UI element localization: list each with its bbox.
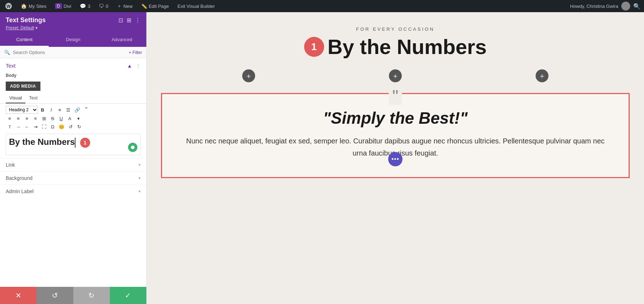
unordered-list-button[interactable]: ≡ <box>56 107 64 113</box>
page-content: FOR EVERY OCCASION 1 By the Numbers ＋ ＋ … <box>147 12 644 192</box>
search-input[interactable] <box>13 50 126 55</box>
toolbar-row-2: ≡ ≡ ≡ ≡ ⊞ S U A ▾ <box>0 114 146 123</box>
big-title-text: By the Numbers <box>328 35 487 59</box>
comments-menu[interactable]: 💬 3 <box>78 0 92 12</box>
indent2-button[interactable]: ⇥ <box>31 123 39 130</box>
my-sites-menu[interactable]: 🏠 My Sites <box>19 0 48 12</box>
comment-count[interactable]: 🗨 0 <box>97 0 109 12</box>
admin-label-text: Admin Label <box>6 188 34 194</box>
search-bar: 🔍 + Filter <box>0 47 146 58</box>
wp-logo[interactable]: W <box>4 0 14 12</box>
text-cursor <box>75 138 75 148</box>
svg-text:W: W <box>6 4 11 9</box>
emoji-button[interactable]: 😊 <box>57 123 66 130</box>
quote-mark-icon: " <box>389 88 402 105</box>
quote-title: "Simply the Best!" <box>184 108 607 128</box>
panel-title: Text Settings <box>6 16 46 24</box>
tab-content[interactable]: Content <box>0 33 49 47</box>
align-right-button[interactable]: ≡ <box>23 115 31 122</box>
body-label: Body <box>0 72 146 80</box>
expand-button[interactable]: ⊞ <box>127 17 131 24</box>
ordered-list-button[interactable]: ☰ <box>64 107 72 113</box>
undo-button[interactable]: ↺ <box>36 287 73 304</box>
edit-page-button[interactable]: ✏️ Edit Page <box>140 0 170 12</box>
justify-button[interactable]: ≡ <box>31 115 39 122</box>
add-module-right[interactable]: ＋ <box>536 69 548 82</box>
bold-button[interactable]: B <box>39 107 47 113</box>
background-label: Background <box>6 175 33 181</box>
add-module-left[interactable]: ＋ <box>242 69 255 82</box>
editor-text: By the Numbers <box>9 137 75 147</box>
indent-button[interactable]: → <box>14 123 22 130</box>
redo-editor-button[interactable]: ↻ <box>75 123 83 130</box>
background-arrow-icon: ▾ <box>138 176 141 181</box>
user-info: Howdy, Christina Gwira 🔍 <box>570 1 640 11</box>
panel-actions: ✕ ↺ ↻ ✓ <box>0 287 146 304</box>
save-button[interactable]: ✓ <box>110 287 146 304</box>
panel-header: Text Settings ⊡ ⊞ ⋮ Preset: Default ▾ <box>0 12 146 33</box>
strikethrough-button[interactable]: S <box>49 115 57 122</box>
undo-editor-button[interactable]: ↺ <box>67 123 74 130</box>
search-icon: 🔍 <box>4 50 10 55</box>
align-center-button[interactable]: ≡ <box>14 115 22 122</box>
link-button[interactable]: 🔗 <box>73 107 82 113</box>
redo-button[interactable]: ↻ <box>73 287 110 304</box>
editor-tabs: Visual Text <box>0 94 146 104</box>
title-badge: 1 <box>304 37 324 57</box>
special-char-button[interactable]: Ω <box>49 123 57 130</box>
more-options-button[interactable]: ⋮ <box>135 17 141 24</box>
editor-content-area[interactable]: By the Numbers 1 <box>6 134 141 155</box>
link-section[interactable]: Link ▾ <box>0 158 146 171</box>
search-icon[interactable]: 🔍 <box>633 3 640 10</box>
preset-label[interactable]: Preset: Default ▾ <box>6 25 141 30</box>
paste-text-button[interactable]: T <box>6 124 14 130</box>
plus-button-row: ＋ ＋ ＋ <box>154 69 637 82</box>
tab-advanced[interactable]: Advanced <box>98 33 146 47</box>
panel-tabs: Content Design Advanced <box>0 33 146 47</box>
heading-select[interactable]: Heading 2 <box>6 106 38 114</box>
toolbar-row-1: Heading 2 B I ≡ ☰ 🔗 " <box>0 105 146 114</box>
exit-builder-button[interactable]: Exit Visual Builder <box>176 0 216 12</box>
canvas-area: FOR EVERY OCCASION 1 By the Numbers ＋ ＋ … <box>147 12 644 304</box>
editor-badge: 1 <box>80 138 90 148</box>
panel-header-icons: ⊡ ⊞ ⋮ <box>118 17 141 24</box>
toolbar-row-3: T → ← ⇥ ⛶ Ω 😊 ↺ ↻ <box>0 123 146 131</box>
new-button[interactable]: ＋ New <box>116 0 134 12</box>
admin-bar: W 🏠 My Sites D Divi 💬 3 🗨 0 ＋ New ✏️ Edi… <box>0 0 644 12</box>
minimize-button[interactable]: ⊡ <box>118 17 123 24</box>
text-tab[interactable]: Text <box>25 94 41 103</box>
add-media-button[interactable]: ADD MEDIA <box>6 82 40 91</box>
link-arrow-icon: ▾ <box>138 162 141 167</box>
admin-label-arrow-icon: ▾ <box>138 189 141 194</box>
text-section-header: Text ▲ ⋮ <box>0 58 146 72</box>
link-label: Link <box>6 162 15 168</box>
table-button[interactable]: ⊞ <box>40 115 48 122</box>
underline-button[interactable]: U <box>57 115 65 122</box>
outdent-button[interactable]: ← <box>23 123 31 130</box>
section-subtitle: FOR EVERY OCCASION <box>154 26 637 32</box>
cancel-button[interactable]: ✕ <box>0 287 36 304</box>
green-indicator <box>128 143 137 152</box>
panel-content: Text ▲ ⋮ Body ADD MEDIA Visual Text <box>0 58 146 287</box>
filter-button[interactable]: + Filter <box>129 50 142 55</box>
text-color-arrow[interactable]: ▾ <box>74 115 82 122</box>
add-module-center[interactable]: ＋ <box>389 69 402 82</box>
admin-label-section[interactable]: Admin Label ▾ <box>0 185 146 198</box>
align-left-button[interactable]: ≡ <box>6 115 14 122</box>
divi-menu[interactable]: D Divi <box>54 0 73 12</box>
text-section-title: Text <box>6 63 16 69</box>
quote-body: Nunc nec neque aliquet, feugiat ex sed, … <box>184 135 607 159</box>
section-menu-button[interactable]: ⋮ <box>136 63 141 69</box>
text-color-button[interactable]: A <box>66 115 74 122</box>
section-collapse-button[interactable]: ▲ <box>127 63 132 69</box>
dots-menu-button[interactable]: ••• <box>388 152 402 166</box>
visual-tab[interactable]: Visual <box>6 94 25 103</box>
blockquote-button[interactable]: " <box>82 106 90 114</box>
section-big-title: 1 By the Numbers <box>154 35 637 59</box>
italic-button[interactable]: I <box>47 107 55 113</box>
settings-panel: Text Settings ⊡ ⊞ ⋮ Preset: Default ▾ Co… <box>0 12 147 304</box>
background-section[interactable]: Background ▾ <box>0 171 146 185</box>
quote-section: " "Simply the Best!" Nunc nec neque aliq… <box>161 93 630 178</box>
tab-design[interactable]: Design <box>49 33 97 47</box>
fullscreen-button[interactable]: ⛶ <box>40 123 48 130</box>
